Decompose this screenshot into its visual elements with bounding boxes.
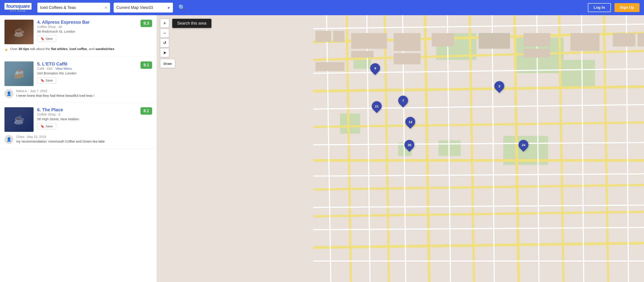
svg-rect-40 [316, 31, 331, 42]
reviewer-section-theplace: 👤 Chars · May 15, 2018 my recommendation… [4, 135, 152, 144]
logo-top: foursquare [4, 3, 32, 9]
save-button-letto[interactable]: 🔖 Save [37, 77, 56, 84]
location-box: ➤ [114, 3, 173, 12]
rotate-button[interactable]: ↺ [160, 38, 169, 47]
venue-meta-letto: Café · £££ · View Menu [37, 67, 76, 70]
score-badge-allpress: 8.3 [140, 20, 152, 27]
venue-info-letto: 5. L'ETO Caffè Café · £££ · View Menu 24… [37, 61, 152, 84]
svg-rect-47 [351, 51, 374, 58]
venue-title-letto[interactable]: 5. L'ETO Caffè [37, 61, 68, 66]
star-icon: ★ [4, 47, 8, 52]
results-panel: ☕ 4. Allpress Espresso Bar Coffee Shop ·… [0, 15, 156, 282]
result-card-theplace: ☕ 6. The Place Coffee Shop · £ 58 High S… [0, 103, 156, 149]
save-button-allpress[interactable]: 🔖 Save [37, 35, 56, 42]
venue-address-allpress: 58 Redchurch St, London [37, 29, 90, 33]
logo-bottom: CITY GUIDE [10, 9, 26, 12]
reviewer-name-theplace: Chars · May 15, 2018 [16, 135, 152, 139]
svg-rect-49 [524, 33, 550, 46]
locate-button[interactable]: ➤ [160, 48, 169, 57]
logo[interactable]: foursquare CITY GUIDE [4, 3, 32, 12]
score-badge-letto: 9.1 [140, 61, 152, 69]
svg-rect-46 [351, 33, 387, 49]
map-background [156, 15, 644, 282]
venue-address-theplace: 58 High Street, New Malden [37, 117, 79, 121]
search-area-button[interactable]: Search this area [172, 19, 212, 28]
venue-info-allpress: 4. Allpress Espresso Bar Coffee Shop · £… [37, 20, 152, 42]
svg-rect-41 [333, 31, 344, 42]
venue-image-allpress: ☕ [4, 20, 34, 44]
zoom-in-button[interactable]: + [160, 19, 169, 28]
svg-rect-50 [524, 49, 550, 58]
reviewer-section-letto: 👤 Maha A. · July 7, 2018 I never knew th… [4, 89, 152, 98]
zoom-out-button[interactable]: − [160, 29, 169, 37]
reviewer-avatar-letto: 👤 [4, 89, 14, 98]
venue-info-theplace: 6. The Place Coffee Shop · £ 58 High Str… [37, 107, 152, 129]
reviewer-info-theplace: Chars · May 15, 2018 my recommendation: … [16, 135, 152, 143]
venue-title-theplace[interactable]: 6. The Place [37, 107, 63, 112]
bookmark-icon: 🔖 [40, 37, 44, 40]
svg-rect-5 [340, 113, 360, 134]
login-button[interactable]: Log In [588, 3, 611, 12]
venue-address-letto: 243 Brompton Rd, London [37, 71, 76, 75]
tip-section-allpress: ★ Over 30 tips talk about the flat white… [4, 47, 152, 52]
reviewer-quote-letto: I never knew that they had these beautif… [16, 94, 152, 97]
tip-text-allpress: Over 30 tips talk about the flat whites,… [10, 47, 114, 51]
svg-rect-53 [638, 33, 644, 46]
svg-rect-7 [438, 140, 461, 156]
app-header: foursquare CITY GUIDE ✕ ➤ 🔍 Log In Sign … [0, 0, 644, 15]
reviewer-avatar-theplace: 👤 [4, 135, 14, 144]
venue-image-letto: 🍰 [4, 61, 34, 86]
svg-rect-51 [570, 33, 600, 51]
reviewer-name-letto: Maha A. · July 7, 2018 [16, 89, 152, 93]
result-card-allpress: ☕ 4. Allpress Espresso Bar Coffee Shop ·… [0, 15, 156, 57]
view-menu-link[interactable]: View Menu [56, 67, 72, 70]
location-input[interactable] [116, 5, 166, 10]
venue-title-allpress[interactable]: 4. Allpress Espresso Bar [37, 20, 90, 24]
reviewer-quote-theplace: my recommendation: monmouth Coffee and G… [16, 139, 152, 143]
svg-rect-42 [316, 62, 344, 71]
search-input[interactable] [40, 5, 103, 10]
svg-rect-52 [613, 33, 635, 46]
search-box: ✕ [37, 3, 110, 12]
navigate-icon: ➤ [167, 5, 170, 10]
save-button-theplace[interactable]: 🔖 Save [37, 123, 56, 129]
venue-meta-allpress: Coffee Shop · ££ [37, 25, 90, 29]
search-button[interactable]: 🔍 [178, 4, 186, 11]
map-container[interactable]: + − ↺ ➤ Draw Search this area 9 3 7 21 1… [156, 15, 644, 282]
bookmark-icon-letto: 🔖 [40, 79, 44, 82]
result-card-letto: 🍰 5. L'ETO Caffè Café · £££ · View Menu … [0, 57, 156, 103]
venue-image-theplace: ☕ [4, 107, 34, 132]
signup-button[interactable]: Sign Up [614, 3, 640, 12]
draw-button[interactable]: Draw [160, 59, 175, 68]
bookmark-icon-theplace: 🔖 [40, 124, 44, 128]
svg-rect-3 [559, 60, 595, 87]
score-badge-theplace: 8.1 [140, 107, 152, 115]
main-content: ☕ 4. Allpress Espresso Bar Coffee Shop ·… [0, 15, 644, 282]
svg-rect-43 [394, 33, 420, 51]
clear-search-button[interactable]: ✕ [104, 5, 107, 10]
venue-meta-theplace: Coffee Shop · £ [37, 112, 79, 116]
svg-rect-48 [479, 33, 510, 49]
svg-rect-44 [394, 53, 420, 64]
reviewer-info-letto: Maha A. · July 7, 2018 I never knew that… [16, 89, 152, 97]
svg-rect-45 [432, 33, 454, 46]
